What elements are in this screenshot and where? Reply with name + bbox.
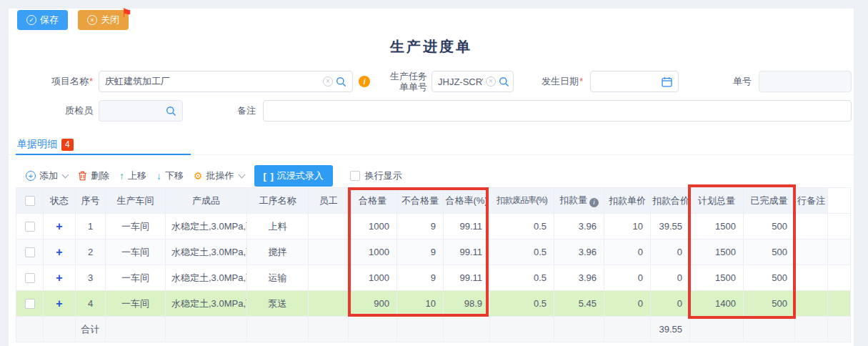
page-title: 生产进度单	[9, 37, 854, 56]
calendar-icon[interactable]	[662, 76, 672, 87]
search-icon[interactable]	[336, 76, 346, 87]
move-down-button[interactable]: ↓ 下移	[156, 169, 184, 182]
task-order-input[interactable]	[438, 76, 483, 87]
order-no-input	[765, 76, 845, 87]
cell-plan_total: 1400	[690, 291, 744, 317]
cell-process: 搅拌	[247, 239, 309, 265]
header-process: 工序名称	[247, 188, 309, 214]
total-cell-completed	[744, 317, 795, 342]
date-label: 发生日期*	[534, 71, 583, 92]
total-cell-qualified	[349, 317, 397, 342]
row-checkbox[interactable]	[25, 222, 35, 232]
header-product: 产成品	[166, 188, 247, 214]
arrow-down-icon: ↓	[156, 170, 161, 182]
form-sheet: ✓ 保存 × 关闭 ⚑ 生产进度单 项目名称* × i 生产任务单单号 × 发生…	[9, 9, 854, 346]
row-checkbox[interactable]	[25, 273, 35, 283]
cell-plan_total: 1500	[690, 214, 744, 239]
total-cell-row_remark	[795, 317, 828, 342]
cell-deduct_total: 0	[651, 239, 690, 265]
task-order-label: 生产任务单单号	[380, 71, 427, 92]
arrow-up-icon: ↑	[119, 170, 124, 182]
tab-detail[interactable]: 单据明细 4	[17, 134, 74, 154]
cell-row_remark	[795, 214, 828, 239]
immersive-entry-button[interactable]: [ ] 沉浸式录入	[254, 165, 333, 187]
cell-employee	[309, 265, 349, 291]
total-cell-deduct_unit	[604, 317, 651, 342]
inspector-field	[99, 100, 183, 122]
date-input[interactable]	[597, 76, 659, 87]
cell-qualified: 1000	[349, 214, 397, 239]
expand-row-icon[interactable]: +	[56, 220, 62, 232]
total-cell-rate	[444, 317, 490, 342]
row-checkbox[interactable]	[25, 247, 35, 257]
search-icon[interactable]	[499, 76, 509, 87]
remark-input[interactable]	[269, 106, 845, 117]
move-up-button[interactable]: ↑ 上移	[119, 169, 146, 182]
tab-count-badge: 4	[61, 139, 74, 151]
detail-table: 状态序号生产车间产成品工序名称员工合格量不合格量合格率(%)扣款废品率(%)扣款…	[16, 187, 851, 342]
expand-row-icon[interactable]: +	[56, 246, 62, 258]
cell-spacer	[828, 214, 851, 239]
header-scrap_rate: 扣款废品率(%)	[490, 188, 554, 214]
search-icon[interactable]	[166, 106, 176, 117]
total-cell-sel	[16, 317, 44, 342]
cell-row_remark	[795, 265, 828, 291]
info-icon[interactable]: i	[589, 198, 599, 207]
save-button[interactable]: ✓ 保存	[17, 10, 68, 30]
detail-grid: 状态序号生产车间产成品工序名称员工合格量不合格量合格率(%)扣款废品率(%)扣款…	[16, 187, 851, 342]
header-row_remark: 行备注	[795, 188, 828, 214]
header-qualified: 合格量	[349, 188, 397, 214]
wrap-display-checkbox[interactable]	[350, 171, 360, 181]
remark-label: 备注	[216, 100, 256, 122]
clear-icon[interactable]: ×	[323, 76, 333, 86]
expand-row-icon[interactable]: +	[56, 272, 62, 284]
top-action-bar: ✓ 保存 × 关闭	[17, 10, 129, 30]
inspector-input[interactable]	[105, 106, 163, 117]
cell-product: 水稳定土,3.0MPa,面	[166, 214, 247, 239]
cell-completed: 500	[744, 265, 795, 291]
header-rate: 合格率(%)	[444, 188, 490, 214]
cell-employee	[309, 214, 349, 239]
total-cell-process	[247, 317, 309, 342]
info-icon[interactable]: i	[359, 76, 370, 87]
order-no-field	[759, 71, 852, 92]
cell-seq: 4	[76, 291, 106, 317]
cell-spacer	[828, 291, 851, 317]
wrap-display-label: 换行显示	[365, 169, 402, 182]
cell-sel	[16, 265, 44, 291]
select-all-checkbox[interactable]	[25, 196, 35, 206]
delete-row-button[interactable]: 删除	[78, 169, 109, 182]
total-cell-scrap_rate	[490, 317, 554, 342]
row-checkbox[interactable]	[25, 299, 35, 309]
cell-product: 水稳定土,3.0MPa,面	[166, 239, 247, 265]
cell-product: 水稳定土,3.0MPa,面	[166, 265, 247, 291]
total-cell-status	[44, 317, 76, 342]
cell-unqualified: 9	[397, 214, 444, 239]
expand-row-icon[interactable]: +	[56, 297, 62, 310]
cell-workshop: 一车间	[106, 291, 166, 317]
grid-toolbar: + 添加 删除 ↑ 上移 ↓ 下移 ⚙ 批操作 [ ] 沉浸式录入 换行显示	[26, 163, 402, 189]
cell-seq: 3	[76, 265, 106, 291]
cell-completed: 500	[744, 214, 795, 239]
total-cell-spacer	[828, 317, 851, 342]
cell-spacer	[828, 239, 851, 265]
cell-completed: 500	[744, 291, 795, 317]
gear-icon: ⚙	[194, 170, 203, 182]
header-workshop: 生产车间	[106, 188, 166, 214]
header-seq: 序号	[76, 188, 106, 214]
total-cell-deduct_qty	[554, 317, 604, 342]
table-row: +2一车间水稳定土,3.0MPa,面搅拌1000999.110.53.96001…	[16, 239, 851, 265]
clear-icon[interactable]: ×	[486, 76, 496, 86]
cell-deduct_total: 39.55	[651, 214, 690, 239]
order-no-label: 单号	[709, 71, 752, 92]
cell-row_remark	[795, 291, 828, 317]
cell-deduct_qty: 3.96	[554, 239, 604, 265]
add-row-button[interactable]: + 添加	[26, 169, 68, 182]
batch-operation-button[interactable]: ⚙ 批操作	[194, 169, 244, 182]
cell-seq: 1	[76, 214, 106, 239]
circle-plus-icon: +	[26, 171, 36, 181]
date-field	[590, 71, 679, 92]
cell-rate: 99.11	[444, 239, 490, 265]
wrap-display-toggle[interactable]: 换行显示	[350, 169, 402, 182]
project-name-input[interactable]	[105, 76, 320, 87]
